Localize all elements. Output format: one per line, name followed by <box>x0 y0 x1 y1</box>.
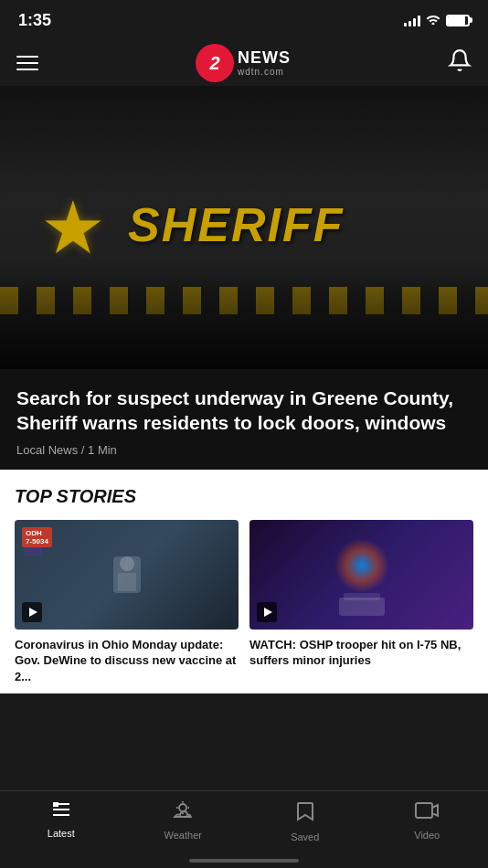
video-icon <box>414 800 440 826</box>
svg-rect-2 <box>118 573 136 591</box>
latest-icon <box>50 800 72 824</box>
story-image-1: ODH7-5034 <box>15 520 239 630</box>
stories-row: ODH7-5034 Coronavirus in Ohio Monday upd… <box>15 520 473 685</box>
nav-latest-label: Latest <box>48 828 75 839</box>
hero-read-time: 1 Min <box>88 443 117 457</box>
home-indicator <box>189 859 299 863</box>
svg-rect-4 <box>344 593 380 600</box>
play-button-1[interactable] <box>22 602 42 622</box>
saved-icon <box>295 800 315 828</box>
odh-tag: ODH7-5034 <box>22 527 52 547</box>
notifications-button[interactable] <box>448 48 472 78</box>
nav-latest[interactable]: Latest <box>0 800 122 839</box>
svg-rect-14 <box>416 803 432 818</box>
story-image-2 <box>249 520 473 630</box>
hero-image[interactable]: ★ SHERIFF <box>0 86 488 369</box>
hero-photo: ★ SHERIFF <box>0 86 488 369</box>
svg-point-9 <box>179 804 186 811</box>
nav-weather-label: Weather <box>164 830 202 841</box>
story-card-2[interactable]: WATCH: OSHP trooper hit on I-75 NB, suff… <box>249 520 473 685</box>
status-icons <box>404 13 470 27</box>
logo-site-text: wdtn.com <box>238 67 291 77</box>
status-time: 1:35 <box>18 11 51 30</box>
battery-icon <box>446 15 470 26</box>
logo-circle: 2 <box>196 44 234 82</box>
logo-text: NEWS wdtn.com <box>238 49 291 78</box>
signal-icon <box>404 14 420 26</box>
svg-point-1 <box>120 556 134 571</box>
nav-video[interactable]: Video <box>366 800 489 841</box>
hero-title: Search for suspect underway in Greene Co… <box>16 386 472 436</box>
nav-weather[interactable]: Weather <box>122 800 245 841</box>
status-bar: 1:35 <box>0 0 488 40</box>
nav-saved-label: Saved <box>291 831 319 842</box>
app-logo: 2 NEWS wdtn.com <box>196 44 291 82</box>
bottom-nav: Latest Weather Saved <box>0 790 488 868</box>
weather-icon <box>171 800 195 826</box>
story-thumb-2 <box>249 520 473 630</box>
top-nav: 2 NEWS wdtn.com <box>0 40 488 86</box>
nav-saved[interactable]: Saved <box>244 800 366 842</box>
top-stories-section: TOP STORIES ODH7-5034 Coronavirus in <box>0 470 488 694</box>
hero-gradient <box>0 259 488 369</box>
story-card-1[interactable]: ODH7-5034 Coronavirus in Ohio Monday upd… <box>15 520 239 685</box>
hero-caption[interactable]: Search for suspect underway in Greene Co… <box>0 369 488 470</box>
play-button-2[interactable] <box>257 602 277 622</box>
story-thumb-1: ODH7-5034 <box>15 520 239 630</box>
logo-number: 2 <box>209 54 219 72</box>
story-title-2: WATCH: OSHP trooper hit on I-75 NB, suff… <box>249 637 473 669</box>
hero-separator: / <box>81 443 88 457</box>
section-title: TOP STORIES <box>15 486 473 507</box>
story-title-1: Coronavirus in Ohio Monday update: Gov. … <box>15 637 239 685</box>
sheriff-label: SHERIFF <box>128 197 344 252</box>
hamburger-menu[interactable] <box>16 56 38 70</box>
hero-meta: Local News / 1 Min <box>16 443 472 457</box>
nav-video-label: Video <box>414 830 440 841</box>
wifi-icon <box>426 13 440 27</box>
logo-news-text: NEWS <box>238 49 291 68</box>
svg-rect-8 <box>53 802 58 807</box>
hero-category: Local News <box>16 443 78 457</box>
